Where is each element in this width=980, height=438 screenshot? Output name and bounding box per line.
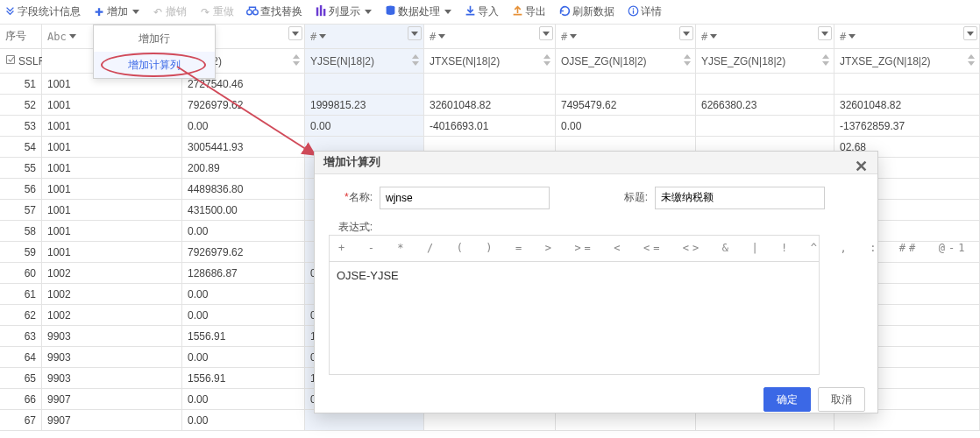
filter-cell-yjsezg[interactable]: #	[696, 25, 834, 48]
cell-nn[interactable]: 7926979.62	[182, 95, 305, 115]
cancel-button[interactable]: 取消	[818, 387, 865, 412]
cell-sslr[interactable]: 1002	[42, 263, 182, 283]
cell-nn[interactable]: 7926979.62	[182, 242, 305, 262]
row-index[interactable]: 62	[0, 305, 42, 325]
cell-sslr[interactable]: 1001	[42, 116, 182, 136]
row-index[interactable]: 55	[0, 158, 42, 178]
cell-jtxsezg[interactable]	[834, 74, 980, 94]
row-index[interactable]: 64	[0, 347, 42, 367]
row-index[interactable]: 52	[0, 95, 42, 115]
filter-dropdown-icon[interactable]	[408, 26, 422, 40]
filter-dropdown-icon[interactable]	[963, 26, 977, 40]
row-index[interactable]: 63	[0, 326, 42, 346]
row-index[interactable]: 60	[0, 263, 42, 283]
cell-yjse[interactable]	[305, 74, 424, 94]
undo-button[interactable]: ↶ 撤销	[152, 4, 187, 19]
dialog-title-bar[interactable]: 增加计算列 ✕	[315, 152, 877, 174]
cell-nn[interactable]: 0.00	[182, 410, 305, 430]
cell-yjse[interactable]: 1999815.23	[305, 95, 424, 115]
cell-nn[interactable]: 4489836.80	[182, 179, 305, 199]
row-index[interactable]: 54	[0, 137, 42, 157]
row-index[interactable]: 67	[0, 410, 42, 430]
filter-cell-ojse[interactable]: #	[556, 25, 696, 48]
cell-sslr[interactable]: 1001	[42, 242, 182, 262]
cell-sslr[interactable]: 9903	[42, 326, 182, 346]
cell-jtxsezg[interactable]: 32601048.82	[834, 95, 980, 115]
cell-sslr[interactable]: 1001	[42, 95, 182, 115]
cell-sslr[interactable]: 1001	[42, 200, 182, 220]
cell-ojse[interactable]: 7495479.62	[556, 95, 696, 115]
ok-button[interactable]: 确定	[763, 387, 811, 412]
row-index[interactable]: 56	[0, 179, 42, 199]
filter-cell-jtxsezg[interactable]: #	[834, 25, 980, 48]
cell-sslr[interactable]: 1001	[42, 158, 182, 178]
table-row[interactable]: 5210017926979.621999815.2332601048.82749…	[0, 95, 980, 116]
add-button[interactable]: ✚ 增加	[93, 4, 139, 19]
coldisplay-button[interactable]: 列显示	[315, 4, 372, 19]
cell-sslr[interactable]: 9903	[42, 368, 182, 388]
filter-dropdown-icon[interactable]	[679, 26, 693, 40]
cell-yjsezg[interactable]: 6266380.23	[696, 95, 834, 115]
cell-nn[interactable]: 0.00	[182, 116, 305, 136]
cell-nn[interactable]: 128686.87	[182, 263, 305, 283]
findreplace-button[interactable]: 查找替换	[246, 4, 302, 19]
cell-ojse[interactable]	[556, 74, 696, 94]
cell-nn[interactable]: 1556.91	[182, 368, 305, 388]
cell-jtxse[interactable]: 32601048.82	[424, 95, 556, 115]
filter-dropdown-icon[interactable]	[539, 26, 553, 40]
cell-sslr[interactable]: 9903	[42, 347, 182, 367]
row-index[interactable]: 65	[0, 368, 42, 388]
table-row[interactable]: 5310010.000.00-4016693.010.00-13762859.3…	[0, 116, 980, 137]
cell-nn[interactable]: 0.00	[182, 347, 305, 367]
title-input[interactable]	[655, 187, 825, 209]
col-header-jtxse[interactable]: JTXSE(N|18|2)	[424, 49, 556, 73]
cell-nn[interactable]: 200.89	[182, 158, 305, 178]
expr-textarea[interactable]: OJSE-YJSE	[329, 261, 820, 375]
col-header-yjsezg[interactable]: YJSE_ZG(N|18|2)	[696, 49, 834, 73]
cell-yjsezg[interactable]	[696, 116, 834, 136]
cell-yjsezg[interactable]	[696, 74, 834, 94]
sort-icon[interactable]	[292, 54, 301, 66]
filter-dropdown-icon[interactable]	[288, 26, 302, 40]
sort-icon[interactable]	[683, 54, 692, 66]
cell-sslr[interactable]: 1001	[42, 221, 182, 241]
cell-sslr[interactable]: 9907	[42, 410, 182, 430]
cell-yjse[interactable]: 0.00	[305, 116, 424, 136]
cell-ojse[interactable]: 0.00	[556, 116, 696, 136]
stats-button[interactable]: 字段统计信息	[4, 4, 81, 19]
col-header-index[interactable]: SSLR	[0, 49, 42, 73]
sort-icon[interactable]	[821, 54, 830, 66]
col-header-yjse[interactable]: YJSE(N|18|2)	[305, 49, 424, 73]
sort-icon[interactable]	[543, 54, 551, 66]
row-index[interactable]: 59	[0, 242, 42, 262]
cell-sslr[interactable]: 1002	[42, 284, 182, 304]
cell-nn[interactable]: 0.00	[182, 221, 305, 241]
row-index[interactable]: 58	[0, 221, 42, 241]
export-button[interactable]: 导出	[511, 4, 546, 19]
cell-jtxsezg[interactable]: -13762859.37	[834, 116, 980, 136]
cell-sslr[interactable]: 9907	[42, 389, 182, 409]
row-index[interactable]: 53	[0, 116, 42, 136]
row-index[interactable]: 57	[0, 200, 42, 220]
cell-sslr[interactable]: 1002	[42, 305, 182, 325]
dropdown-item-add-row[interactable]: 增加行	[94, 25, 215, 52]
cell-nn[interactable]: 1556.91	[182, 326, 305, 346]
cell-nn[interactable]: 0.00	[182, 305, 305, 325]
col-header-ojse[interactable]: OJSE_ZG(N|18|2)	[556, 49, 696, 73]
cell-sslr[interactable]: 1001	[42, 179, 182, 199]
import-button[interactable]: 导入	[464, 4, 499, 19]
row-index[interactable]: 66	[0, 389, 42, 409]
redo-button[interactable]: ↷ 重做	[199, 4, 234, 19]
cell-jtxse[interactable]: -4016693.01	[424, 116, 556, 136]
sort-icon[interactable]	[411, 54, 420, 66]
row-index[interactable]: 51	[0, 74, 42, 94]
row-index[interactable]: 61	[0, 284, 42, 304]
cell-sslr[interactable]: 1001	[42, 137, 182, 157]
detail-button[interactable]: 详情	[627, 4, 662, 19]
cell-nn[interactable]: 3005441.93	[182, 137, 305, 157]
sort-icon[interactable]	[967, 54, 976, 66]
cell-jtxse[interactable]	[424, 74, 556, 94]
col-header-jtxsezg[interactable]: JTXSE_ZG(N|18|2)	[834, 49, 980, 73]
operators-bar[interactable]: + - * / ( ) = > >= < <= <> & | ! ^ , : #…	[329, 235, 820, 261]
dropdown-item-add-calc-col[interactable]: 增加计算列	[94, 52, 215, 78]
